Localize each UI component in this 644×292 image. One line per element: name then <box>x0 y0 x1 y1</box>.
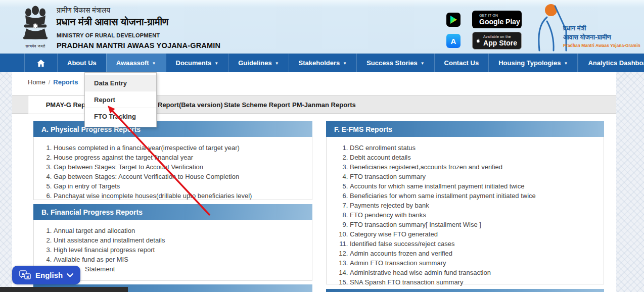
ministry-name-english: MINISTRY OF RURAL DEVELOPMENT <box>57 32 220 38</box>
report-link[interactable]: Debit account details <box>350 153 600 162</box>
pmayg-logo: प्रधान मंत्री आवास योजना-ग्रामीण Pradhan… <box>532 2 631 53</box>
report-link[interactable]: Accounts for which same installment paym… <box>350 181 600 191</box>
tab-state-scheme-report[interactable]: State Scheme Report <box>224 95 290 114</box>
play-triangle-icon <box>450 16 457 24</box>
report-link[interactable]: House progress against the target financ… <box>54 153 308 162</box>
caret-down-icon: ▼ <box>564 61 568 66</box>
pmayg-logo-text: प्रधान मंत्री आवास योजना-ग्रामीण Pradhan… <box>563 24 631 48</box>
menu-item-data-entry[interactable]: Data Entry <box>85 75 156 91</box>
nav-home-button[interactable] <box>24 54 57 72</box>
nav-item-awaassoft[interactable]: Awaassoft ▼ <box>106 54 166 72</box>
section-body: DSC enrollment status Debit account deta… <box>326 137 604 284</box>
section-header-partial <box>326 289 604 292</box>
nav-item-stakeholders[interactable]: Stakeholders ▼ <box>289 54 357 72</box>
section-title: F. E-FMS Reports <box>326 121 604 137</box>
report-link[interactable]: FTO transaction summary <box>350 172 600 181</box>
report-link[interactable]: Gap in entry of Targets <box>54 181 308 191</box>
badge-store-name: Google Play <box>479 18 520 26</box>
menu-item-fto-tracking[interactable]: FTO Tracking <box>85 108 156 125</box>
nav-item-success-stories[interactable]: Success Stories ▼ <box>356 54 434 72</box>
report-link-partially-hidden[interactable]: Statement <box>54 264 308 274</box>
report-link[interactable]: Category wise FTO generated <box>350 229 600 239</box>
app-store-badge[interactable]: Available on the App Store <box>472 32 522 50</box>
apple-icon <box>477 36 480 45</box>
report-link[interactable]: SNA Sparsh FTO transaction summary <box>350 277 600 287</box>
section-body: Houses completed in a financial year(irr… <box>33 137 312 200</box>
ministry-name-hindi: ग्रामीण विकास मंत्रालय <box>57 6 220 15</box>
home-icon <box>37 60 45 67</box>
report-link[interactable]: Houses completed in a financial year(irr… <box>54 143 308 153</box>
chevron-down-icon <box>67 273 73 277</box>
site-titles: ग्रामीण विकास मंत्रालय प्रधान मंत्री आवा… <box>57 6 220 50</box>
translate-icon: A अ <box>19 270 31 280</box>
emblem-caption: सत्यमेव जयते <box>20 44 51 49</box>
caret-down-icon: ▼ <box>275 61 279 66</box>
language-label: English <box>35 271 63 279</box>
caret-down-icon: ▼ <box>343 61 347 66</box>
section-title: A. Physical Progress Reports <box>33 121 312 137</box>
logo-line2: आवास योजना-ग्रामीण <box>563 33 631 41</box>
report-link[interactable]: Annual target and allocation <box>54 226 308 235</box>
pmayg-logo-graphic <box>532 2 567 53</box>
report-link[interactable]: Payments rejected by bank <box>350 201 600 210</box>
caret-down-icon: ▼ <box>214 61 218 66</box>
breadcrumb-home-link[interactable]: Home <box>28 78 45 86</box>
nav-item-housing-typologies[interactable]: Housing Typologies ▼ <box>488 54 578 72</box>
section-efms-reports: F. E-FMS Reports DSC enrollment status D… <box>326 121 604 284</box>
report-link[interactable]: Administrative head wise admin fund tran… <box>350 268 600 277</box>
report-link[interactable]: High level financial progress report <box>54 245 308 255</box>
badge-tagline: GET IT ON <box>479 14 520 17</box>
emblem-graphic <box>20 3 51 44</box>
report-link[interactable]: Gap between Stages: Target to Account Ve… <box>54 162 308 172</box>
nav-item-guidelines[interactable]: Guidelines ▼ <box>228 54 288 72</box>
main-navbar: About Us Awaassoft ▼ Documents ▼ Guideli… <box>0 54 644 72</box>
report-link[interactable]: Identified false success/reject cases <box>350 239 600 249</box>
badge-store-name: App Store <box>483 39 517 47</box>
awaassoft-dropdown-menu: Data Entry Report FTO Tracking <box>84 72 157 127</box>
report-link[interactable]: FTO transaction summary[ Installment Wis… <box>350 220 600 229</box>
breadcrumb-current: Reports <box>53 78 78 86</box>
tab-report-beta-version[interactable]: Report(Beta version) <box>158 95 223 114</box>
menu-item-report[interactable]: Report <box>85 91 156 108</box>
nav-item-analytics-dashboard[interactable]: Analytics Dashboard <box>578 54 644 72</box>
nav-item-contact-us[interactable]: Contact Us <box>434 54 489 72</box>
caret-down-icon: ▼ <box>421 61 425 66</box>
google-play-icon[interactable] <box>446 13 461 27</box>
breadcrumb-separator: / <box>49 78 51 86</box>
report-link[interactable]: Unit assistance and installment details <box>54 235 308 245</box>
tab-pm-janman-reports[interactable]: PM-Janman Reports <box>292 95 356 114</box>
badge-tagline: Available on the <box>483 35 517 38</box>
report-link[interactable]: Beneficiaries for whom same installment … <box>350 191 600 201</box>
section-physical-progress-reports: A. Physical Progress Reports Houses comp… <box>33 121 312 200</box>
scheme-name-hindi: प्रधान मंत्री आवास योजना-ग्रामीण <box>57 16 220 28</box>
language-selector-button[interactable]: A अ English <box>12 266 80 284</box>
report-link[interactable]: Panchayat wise incomplete houses(drillab… <box>54 191 308 201</box>
report-link[interactable]: Admin FTO transaction summary <box>350 258 600 268</box>
report-link[interactable]: Available fund as per MIS <box>54 255 308 264</box>
section-title: B. Financial Progress Reports <box>33 204 312 220</box>
report-link[interactable]: Beneficiaries registered,accounts frozen… <box>350 162 600 172</box>
report-link[interactable]: Gap between Stages: Account Verification… <box>54 172 308 181</box>
report-link[interactable]: Admin accounts frozen and verified <box>350 249 600 258</box>
nav-item-documents[interactable]: Documents ▼ <box>166 54 228 72</box>
bottom-notification-bar <box>0 287 128 292</box>
svg-text:A: A <box>22 272 25 276</box>
report-list: Houses completed in a financial year(irr… <box>34 137 312 201</box>
report-link[interactable]: DSC enrollment status <box>350 143 600 153</box>
emblem-of-india-icon: सत्यमेव जयते <box>20 3 51 51</box>
breadcrumb: Home/Reports <box>28 78 78 86</box>
logo-line3: Pradhan Mantri Awaas Yojana-Gramin <box>563 43 631 48</box>
pmayg-reports-page: सत्यमेव जयते ग्रामीण विकास मंत्रालय प्रध… <box>0 0 644 292</box>
report-link[interactable]: FTO pendency with banks <box>350 210 600 220</box>
google-play-badge[interactable]: GET IT ON Google Play <box>472 11 522 28</box>
nav-item-about-us[interactable]: About Us <box>57 54 106 72</box>
site-header: सत्यमेव जयते ग्रामीण विकास मंत्रालय प्रध… <box>0 0 644 54</box>
scheme-name-english: PRADHAN MANTRI AWAAS YOJANA-GRAMIN <box>57 41 220 50</box>
caret-down-icon: ▼ <box>152 61 156 66</box>
report-list: DSC enrollment status Debit account deta… <box>327 137 604 287</box>
logo-line1: प्रधान मंत्री <box>563 24 631 32</box>
app-store-icon[interactable]: A <box>446 34 461 48</box>
